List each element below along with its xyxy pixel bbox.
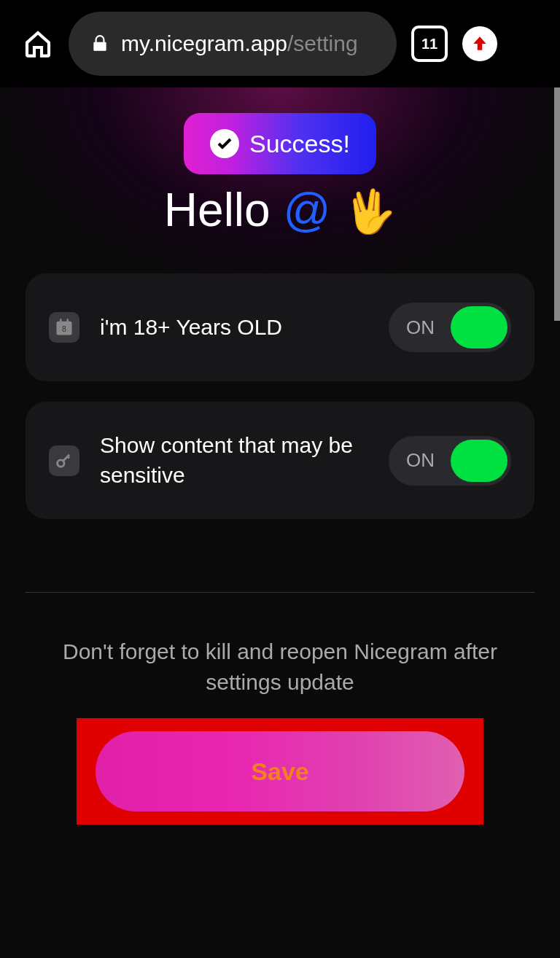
url-bar[interactable]: my.nicegram.app/setting (69, 12, 397, 76)
check-icon (210, 129, 239, 158)
setting-age-label: i'm 18+ Years OLD (100, 313, 368, 343)
toggle-knob (451, 440, 508, 482)
home-button[interactable] (22, 28, 54, 60)
setting-sensitive-label: Show content that may be sensitive (100, 431, 368, 490)
browser-toolbar: my.nicegram.app/setting 11 (0, 0, 560, 87)
svg-point-2 (58, 459, 64, 466)
toggle-state: ON (406, 316, 435, 339)
reminder-text: Don't forget to kill and reopen Nicegram… (0, 636, 560, 698)
hand-emoji: 🖖 (343, 187, 396, 235)
success-toast: Success! (184, 113, 376, 174)
toggle-state: ON (406, 449, 435, 472)
toggle-knob (451, 306, 508, 348)
lock-icon (90, 34, 109, 53)
save-highlight: Save (77, 718, 483, 825)
save-button[interactable]: Save (96, 731, 464, 811)
setting-age: 8 i'm 18+ Years OLD ON (26, 273, 534, 381)
page-content: Success! Hello @ 🖖 8 i'm 18+ Years OLD O… (0, 87, 560, 958)
greeting: Hello @ 🖖 (0, 183, 560, 237)
key-icon (49, 445, 79, 476)
svg-text:8: 8 (62, 324, 66, 333)
setting-sensitive: Show content that may be sensitive ON (26, 402, 534, 519)
tabs-button[interactable]: 11 (411, 26, 448, 62)
divider (26, 592, 534, 593)
calendar-icon: 8 (49, 312, 79, 343)
toggle-sensitive[interactable]: ON (389, 436, 511, 486)
home-icon (23, 29, 52, 58)
url-text: my.nicegram.app/setting (121, 31, 358, 56)
menu-button[interactable] (462, 26, 497, 61)
success-label: Success! (249, 130, 350, 158)
tab-count: 11 (421, 36, 438, 52)
toggle-age[interactable]: ON (389, 303, 511, 352)
arrow-up-icon (470, 34, 489, 53)
